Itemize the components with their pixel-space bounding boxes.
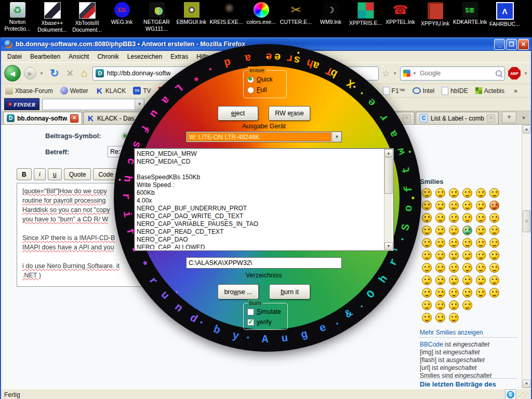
smiley-icon[interactable]	[435, 238, 445, 248]
desktop-icon-kreis[interactable]: KREIS.EXE...	[209, 2, 244, 25]
desktop-icon-colors[interactable]: colors.exe...	[244, 2, 278, 25]
bookmark-wetter[interactable]: Wetter	[60, 87, 88, 95]
smiley-icon[interactable]	[449, 250, 459, 260]
stop-button[interactable]: ✕	[66, 68, 74, 79]
smiley-icon[interactable]	[476, 213, 486, 223]
smiley-icon[interactable]	[422, 275, 432, 285]
full-radio[interactable]	[247, 87, 254, 94]
adblock-dropdown-icon[interactable]: ▼	[524, 71, 528, 76]
eject-button[interactable]: eject	[218, 106, 258, 121]
smiley-icon[interactable]	[489, 263, 499, 273]
bookmark-overflow[interactable]	[512, 87, 520, 95]
desktop-icon-fahrbuch[interactable]: FAHRBUC...	[487, 2, 522, 28]
smiley-icon[interactable]	[462, 225, 472, 235]
menu-bearbeiten[interactable]: Bearbeiten	[26, 52, 64, 61]
smiley-icon[interactable]	[449, 300, 459, 310]
menu-ansicht[interactable]: Ansicht	[64, 52, 93, 61]
resize-grip[interactable]: ⋰⋰	[518, 391, 528, 398]
smiley-icon[interactable]	[462, 263, 472, 273]
smiley-icon[interactable]	[489, 213, 499, 223]
smiley-icon[interactable]	[462, 238, 472, 248]
smiley-icon[interactable]	[449, 275, 459, 285]
smiley-icon[interactable]	[489, 201, 499, 210]
desktop-icon-xppyiu[interactable]: XPPYIU.lnk	[418, 2, 453, 27]
search-icon[interactable]	[496, 70, 502, 76]
rw-erase-button[interactable]: RW erase	[269, 106, 310, 121]
desktop-icon-weg[interactable]: WEG.lnk	[104, 2, 139, 25]
new-tab-button[interactable]: +	[502, 112, 516, 123]
chevron-down-icon[interactable]: ▼	[332, 132, 341, 142]
smiley-icon[interactable]	[489, 238, 499, 248]
smiley-icon[interactable]	[435, 213, 445, 223]
smiley-icon[interactable]	[462, 213, 472, 223]
smiley-icon[interactable]	[476, 188, 486, 198]
format-button-quote[interactable]: Quote	[64, 168, 91, 180]
desktop-icon-kdkarte[interactable]: KDKARTE.lnk	[453, 2, 487, 25]
smiley-icon[interactable]	[422, 201, 432, 210]
smiley-icon[interactable]	[476, 288, 486, 298]
browse-button[interactable]: browse ...	[218, 284, 259, 299]
bbcode-key[interactable]: BBCode	[420, 341, 443, 348]
close-button[interactable]: ✕	[518, 39, 529, 50]
smiley-icon[interactable]	[476, 263, 486, 273]
bookmark-xbase-forum[interactable]: Xbase-Forum	[5, 87, 53, 95]
format-button-b[interactable]: B	[17, 168, 32, 180]
desktop-icon-wm9[interactable]: WM9.lnk	[313, 2, 348, 25]
scrollbar-thumb[interactable]	[384, 157, 393, 194]
smiley-icon[interactable]	[422, 238, 432, 248]
forward-button[interactable]: ▶	[24, 67, 36, 79]
smiley-icon[interactable]	[449, 225, 459, 235]
desktop-icon-xbtools[interactable]: XbToolsIIIDocument...	[70, 2, 104, 33]
more-smilies-link[interactable]: Mehr Smilies anzeigen	[420, 329, 483, 336]
listbox-scrollbar[interactable]: ▲ ▼	[384, 149, 393, 250]
bookmark-actebis[interactable]: Actebis	[475, 87, 504, 95]
smiley-icon[interactable]	[449, 288, 459, 298]
scroll-up-icon[interactable]: ▲	[523, 125, 530, 134]
smiley-icon[interactable]	[462, 201, 472, 210]
tab-list-dropdown-icon[interactable]: ▼	[518, 113, 529, 123]
page-scrollbar[interactable]: ▲ ▼	[522, 125, 531, 389]
reload-button[interactable]: ↻	[50, 67, 59, 79]
smiley-icon[interactable]	[462, 275, 472, 285]
smiley-icon[interactable]	[422, 250, 432, 260]
smiley-icon[interactable]	[435, 250, 445, 260]
smiley-icon[interactable]	[422, 213, 432, 223]
desktop-icon-xpptris[interactable]: XPPTRIS.E...	[348, 2, 383, 26]
smiley-icon[interactable]	[435, 300, 445, 310]
smiley-icon[interactable]	[422, 188, 432, 198]
smiley-icon[interactable]	[489, 188, 499, 198]
format-button-u[interactable]: u	[48, 168, 62, 180]
smiley-icon[interactable]	[435, 263, 445, 273]
output-device-combobox[interactable]: W: LITE-ON LTR-48246K ▼	[186, 131, 342, 142]
skype-icon[interactable]	[505, 389, 516, 399]
capabilities-listbox[interactable]: NERO_MEDIA_MRW NERO_MEDIA_CD BaseSpeedKB…	[134, 148, 394, 251]
smiley-icon[interactable]	[449, 313, 459, 323]
maximize-button[interactable]: ❐	[506, 39, 517, 50]
tab-close-icon[interactable]: ✕	[487, 114, 495, 123]
smiley-icon[interactable]	[462, 188, 472, 198]
smiley-icon[interactable]	[476, 238, 486, 248]
smiley-icon[interactable]	[449, 238, 459, 248]
smiley-icon[interactable]	[435, 225, 445, 235]
smiley-icon[interactable]	[476, 250, 486, 260]
scroll-up-icon[interactable]: ▲	[384, 149, 393, 157]
smiley-icon[interactable]	[489, 225, 499, 235]
adblock-icon[interactable]: ABP	[508, 67, 521, 79]
smiley-icon[interactable]	[422, 300, 432, 310]
smiley-icon[interactable]	[422, 225, 432, 235]
verify-checkbox[interactable]	[247, 319, 254, 326]
home-button[interactable]: ⌂	[81, 67, 88, 79]
smiley-icon[interactable]	[435, 188, 445, 198]
smiley-icon[interactable]	[489, 250, 499, 260]
tab-donnay[interactable]: D bb.donnay-softw... ✕	[3, 112, 82, 124]
quick-radio[interactable]	[247, 76, 254, 83]
desktop-icon-ebmgui[interactable]: EBMGUI.lnk	[174, 2, 209, 25]
smiley-icon[interactable]	[462, 300, 472, 310]
scroll-down-icon[interactable]: ▼	[523, 380, 530, 388]
smiley-icon[interactable]	[476, 225, 486, 235]
smiley-icon[interactable]	[449, 188, 459, 198]
smiley-icon[interactable]	[422, 288, 432, 298]
menu-datei[interactable]: Datei	[3, 52, 26, 61]
directory-input[interactable]	[186, 257, 342, 269]
smiley-icon[interactable]	[476, 275, 486, 285]
